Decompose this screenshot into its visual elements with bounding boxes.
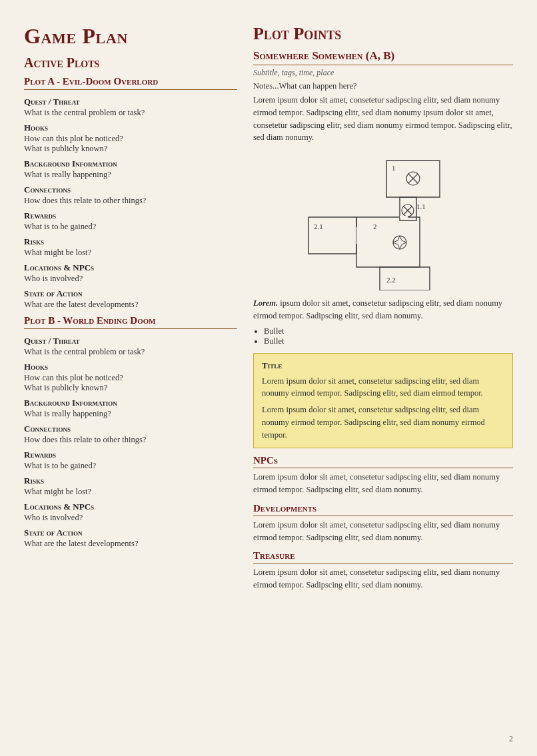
list-item: Bullet bbox=[264, 336, 513, 346]
field-label: State of Action bbox=[24, 528, 237, 538]
section-heading: Treasure bbox=[253, 550, 513, 564]
caption: Lorem. ipsum dolor sit amet, consetetur … bbox=[253, 297, 513, 322]
page: Game Plan Active Plots Plot A - Evil-Doo… bbox=[0, 0, 537, 756]
right-column: Plot Points Somewhere Somewhen (A, B) Su… bbox=[253, 24, 513, 732]
field-value: What might be lost? bbox=[24, 487, 237, 497]
main-title: Game Plan bbox=[24, 24, 237, 49]
callout-box: Title Lorem ipsum dolor sit amet, conset… bbox=[253, 353, 513, 449]
plot-a: Plot A - Evil-Doom Overlord Quest / Thre… bbox=[24, 76, 237, 310]
field-group: State of ActionWhat are the latest devel… bbox=[24, 288, 237, 310]
field-label: Locations & NPCs bbox=[24, 262, 237, 273]
field-label: Connections bbox=[24, 424, 237, 434]
svg-text:1.1: 1.1 bbox=[416, 202, 426, 210]
field-label: Locations & NPCs bbox=[24, 502, 237, 512]
plot-b-fields: Quest / ThreatWhat is the central proble… bbox=[24, 336, 237, 549]
section-body: Lorem ipsum dolor sit amet, consetetur s… bbox=[253, 471, 513, 496]
field-label: Quest / Threat bbox=[24, 336, 237, 346]
plot-b: Plot B - World Ending Doom Quest / Threa… bbox=[24, 315, 237, 549]
field-label: Background Information bbox=[24, 159, 237, 169]
field-value: What is the central problem or task? bbox=[24, 347, 237, 357]
field-group: Locations & NPCsWho is involved? bbox=[24, 502, 237, 523]
location-title: Somewhere Somewhen (A, B) bbox=[253, 49, 513, 65]
page-number: 2 bbox=[509, 734, 513, 744]
left-column: Game Plan Active Plots Plot A - Evil-Doo… bbox=[24, 24, 237, 732]
location-body: Lorem ipsum dolor sit amet, consetetur s… bbox=[253, 94, 513, 144]
location-notes: Notes...What can happen here? bbox=[253, 81, 513, 91]
callout-paragraph: Lorem ipsum dolor sit amet, consetetur s… bbox=[262, 404, 504, 441]
section-heading: NPCs bbox=[253, 455, 513, 468]
field-label: Quest / Threat bbox=[24, 97, 237, 107]
field-group: Background InformationWhat is really hap… bbox=[24, 159, 237, 180]
field-value: What is to be gained? bbox=[24, 222, 237, 232]
map-svg: 1 1.1 2 2.1 bbox=[283, 151, 483, 290]
right-sections: NPCsLorem ipsum dolor sit amet, consetet… bbox=[253, 455, 513, 591]
field-label: Risks bbox=[24, 476, 237, 486]
right-title: Plot Points bbox=[253, 24, 513, 44]
field-value: What are the latest developments? bbox=[24, 539, 237, 549]
field-label: Connections bbox=[24, 185, 237, 195]
section-heading: Developments bbox=[253, 503, 513, 516]
field-label: State of Action bbox=[24, 288, 237, 299]
svg-text:2.1: 2.1 bbox=[314, 222, 323, 230]
field-group: Quest / ThreatWhat is the central proble… bbox=[24, 97, 237, 118]
svg-text:1: 1 bbox=[392, 164, 396, 172]
field-value: What is the central problem or task? bbox=[24, 108, 237, 118]
svg-text:2.2: 2.2 bbox=[386, 276, 396, 284]
svg-point-11 bbox=[393, 236, 406, 249]
field-value: How can this plot be noticed?What is pub… bbox=[24, 373, 237, 393]
bullet-list: BulletBullet bbox=[264, 326, 513, 346]
field-group: State of ActionWhat are the latest devel… bbox=[24, 528, 237, 549]
caption-bold: Lorem. bbox=[253, 298, 278, 308]
section-body: Lorem ipsum dolor sit amet, consetetur s… bbox=[253, 519, 513, 544]
field-group: RisksWhat might be lost? bbox=[24, 236, 237, 258]
field-label: Hooks bbox=[24, 123, 237, 133]
field-value: What is to be gained? bbox=[24, 461, 237, 471]
field-group: ConnectionsHow does this relate to other… bbox=[24, 185, 237, 206]
location-subtitle: Subtitle, tags, time, place bbox=[253, 68, 513, 78]
field-value: How can this plot be noticed?What is pub… bbox=[24, 134, 237, 154]
field-value: How does this relate to other things? bbox=[24, 196, 237, 206]
field-group: ConnectionsHow does this relate to other… bbox=[24, 424, 237, 445]
field-value: How does this relate to other things? bbox=[24, 435, 237, 445]
svg-rect-20 bbox=[400, 216, 408, 218]
field-label: Rewards bbox=[24, 450, 237, 460]
field-value: What might be lost? bbox=[24, 248, 237, 258]
field-value: What are the latest developments? bbox=[24, 300, 237, 310]
field-group: RewardsWhat is to be gained? bbox=[24, 210, 237, 232]
map-container: 1 1.1 2 2.1 bbox=[253, 151, 513, 290]
field-label: Hooks bbox=[24, 362, 237, 372]
field-group: HooksHow can this plot be noticed?What i… bbox=[24, 362, 237, 393]
field-group: Locations & NPCsWho is involved? bbox=[24, 262, 237, 284]
field-group: Background InformationWhat is really hap… bbox=[24, 398, 237, 419]
field-label: Risks bbox=[24, 236, 237, 247]
plot-a-fields: Quest / ThreatWhat is the central proble… bbox=[24, 97, 237, 310]
field-label: Rewards bbox=[24, 210, 237, 221]
field-group: RisksWhat might be lost? bbox=[24, 476, 237, 497]
list-item: Bullet bbox=[264, 326, 513, 336]
section-body: Lorem ipsum dolor sit amet, consetetur s… bbox=[253, 566, 513, 591]
svg-text:2: 2 bbox=[373, 222, 377, 230]
caption-text: ipsum dolor sit amet, consetetur sadipsc… bbox=[253, 298, 502, 320]
field-value: Who is involved? bbox=[24, 274, 237, 284]
field-value: Who is involved? bbox=[24, 513, 237, 523]
callout-paragraph: Lorem ipsum dolor sit amet, consetetur s… bbox=[262, 375, 504, 400]
field-label: Background Information bbox=[24, 398, 237, 408]
svg-rect-10 bbox=[356, 217, 420, 267]
field-group: RewardsWhat is to be gained? bbox=[24, 450, 237, 471]
field-group: Quest / ThreatWhat is the central proble… bbox=[24, 336, 237, 357]
callout-paragraphs: Lorem ipsum dolor sit amet, consetetur s… bbox=[262, 375, 504, 442]
field-group: HooksHow can this plot be noticed?What i… bbox=[24, 123, 237, 154]
svg-rect-19 bbox=[356, 227, 358, 244]
field-value: What is really happening? bbox=[24, 170, 237, 180]
plot-a-header: Plot A - Evil-Doom Overlord bbox=[24, 76, 237, 90]
field-value: What is really happening? bbox=[24, 409, 237, 419]
plot-b-header: Plot B - World Ending Doom bbox=[24, 315, 237, 329]
callout-title: Title bbox=[262, 360, 504, 371]
active-plots-title: Active Plots bbox=[24, 55, 237, 71]
